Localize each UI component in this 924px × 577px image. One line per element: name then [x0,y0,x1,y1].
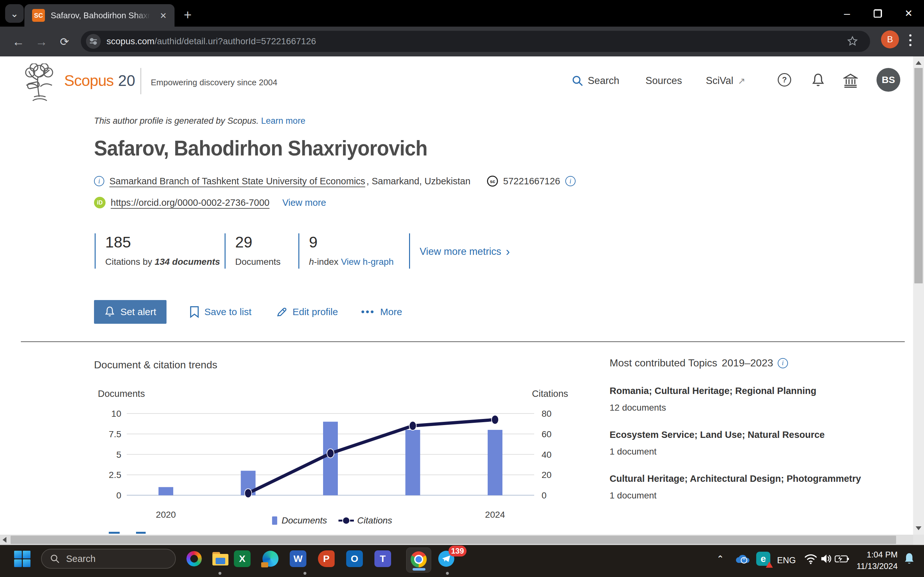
tab-close-icon[interactable]: ✕ [158,10,169,21]
svg-text:20: 20 [541,470,551,480]
help-icon: ? [778,73,791,87]
taskbar-search-icon [50,554,60,564]
taskbar-search[interactable]: Search [41,549,176,569]
browser-titlebar: ⌄ SC Safarov, Bahodirhon Shaxriyoro ✕ + … [0,0,924,27]
brand-tagline: Empowering discovery since 2004 [151,77,278,87]
cited-documents-count: 134 documents [155,257,220,267]
scopus-author-id: 57221667126 [503,176,560,187]
horizontal-scroll-thumb[interactable] [11,536,896,544]
citations-label: Citations by 134 documents [105,257,225,267]
edge-button[interactable] [262,550,279,567]
nav-search[interactable]: Search [572,75,619,87]
bell-icon [811,73,825,88]
chrome-button[interactable] [406,548,431,572]
scopus-wordmark[interactable]: Scopus [64,72,113,89]
taskbar-clock[interactable]: 1:04 PM 11/13/2024 [851,549,898,572]
reload-button[interactable]: ⟳ [55,32,74,51]
tab-title: Safarov, Bahodirhon Shaxriyoro [51,11,150,21]
volume-button[interactable] [818,550,835,567]
onedrive-icon [734,553,750,564]
edge-icon [262,551,278,567]
alerts-button[interactable] [811,73,825,89]
save-to-list-button[interactable]: Save to list [190,306,252,318]
svg-text:60: 60 [541,429,551,439]
affiliation-link[interactable]: Samarkand Branch of Tashkent State Unive… [110,176,365,187]
view-more-link[interactable]: View more [282,197,326,208]
word-running-dot [304,572,306,575]
file-explorer-button[interactable] [212,550,229,567]
battery-button[interactable] [833,550,851,567]
outlook-button[interactable]: O [346,550,363,567]
orcid-link[interactable]: https://orcid.org/0000-0002-2736-7000 [111,197,270,208]
learn-more-link[interactable]: Learn more [261,116,305,126]
citations-count: 185 [105,234,225,251]
vertical-scrollbar[interactable] [913,56,924,535]
site-info-icon[interactable] [86,34,101,49]
forward-button[interactable]: → [32,32,51,51]
word-button[interactable]: W [289,550,307,567]
affiliation-info-icon[interactable]: i [94,176,104,186]
powerpoint-button[interactable]: P [318,550,335,567]
edit-profile-button[interactable]: Edit profile [276,306,338,318]
chrome-active-indicator [413,568,425,571]
address-bar[interactable]: scopus.com/authid/detail.uri?authorId=57… [81,31,870,52]
back-button[interactable]: ← [9,32,27,51]
wifi-button[interactable] [802,550,819,567]
screen: ⌄ SC Safarov, Bahodirhon Shaxriyoro ✕ + … [0,0,924,577]
copilot-button[interactable] [186,550,203,567]
legend-documents-label: Documents [282,516,327,526]
close-button[interactable]: ✕ [893,0,924,27]
help-button[interactable]: ? [778,73,791,87]
user-avatar[interactable]: BS [877,68,900,92]
file-explorer-running-dot [218,572,221,575]
tray-expand-button[interactable]: ⌃ [712,550,729,567]
scopus-20-badge: 20 [118,72,135,89]
vertical-scroll-thumb[interactable] [914,68,923,284]
nav-search-label: Search [588,75,619,87]
scroll-down-arrow[interactable] [916,526,921,530]
view-more-metrics-link[interactable]: View more metrics› [420,245,510,259]
legend-citations-marker [338,517,354,524]
tab-search-button[interactable]: ⌄ [5,4,24,23]
topic-item: Cultural Heritage; Architectural Design;… [610,474,898,501]
institution-button[interactable] [843,73,858,89]
more-button[interactable]: ••• More [361,306,402,318]
set-alert-button[interactable]: Set alert [94,300,166,324]
eset-icon: e [756,552,771,566]
clipped-link-fragment [136,532,145,534]
view-h-graph-link[interactable]: View h-graph [341,257,394,267]
warning-triangle-icon [766,562,773,568]
more-label: More [380,306,402,318]
scroll-left-arrow[interactable] [3,537,6,543]
excel-button[interactable]: X [234,550,251,567]
svg-text:0: 0 [116,490,121,500]
author-name: Safarov, Bahodirhon Shaxriyorovich [94,136,427,160]
topics-info-icon[interactable]: i [778,358,788,368]
affiliation-location: , Samarkand, Uzbekistan [367,176,470,187]
browser-tab[interactable]: SC Safarov, Bahodirhon Shaxriyoro ✕ [24,4,174,27]
url-text[interactable]: scopus.com/authid/detail.uri?authorId=57… [107,36,316,47]
browser-menu-icon[interactable] [905,32,915,48]
notifications-button[interactable] [903,552,916,567]
scopus-page: Scopus 20 Empowering discovery since 200… [0,56,913,535]
elsevier-tree-logo [20,63,58,105]
scroll-up-arrow[interactable] [916,61,921,65]
institution-icon [843,73,858,88]
browser-profile-avatar[interactable]: B [881,31,899,48]
battery-icon [835,554,849,563]
minimize-button[interactable]: – [832,0,863,27]
teams-button[interactable]: T [374,550,391,567]
language-indicator[interactable]: ENG [777,556,796,566]
nav-scival[interactable]: SciVal ↗ [706,75,745,87]
topic-item: Ecosystem Service; Land Use; Natural Res… [610,430,898,457]
nav-sources[interactable]: Sources [646,75,682,87]
onedrive-button[interactable] [733,550,751,567]
start-button[interactable] [13,550,31,567]
bookmark-star-icon[interactable] [847,36,858,47]
horizontal-scrollbar[interactable] [0,535,913,545]
new-tab-button[interactable]: + [180,7,196,23]
eset-button[interactable]: e [754,550,772,567]
taskbar-search-label: Search [66,554,95,564]
author-id-info-icon[interactable]: i [565,176,575,186]
restore-button[interactable] [863,0,893,27]
